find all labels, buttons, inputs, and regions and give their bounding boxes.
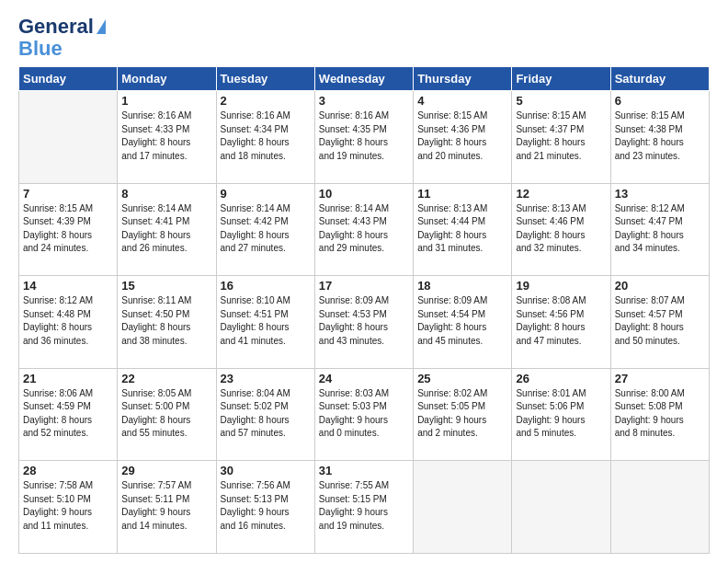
day-cell: 23Sunrise: 8:04 AM Sunset: 5:02 PM Dayli… <box>216 368 314 461</box>
day-number: 21 <box>23 372 113 385</box>
day-info: Sunrise: 8:05 AM Sunset: 5:00 PM Dayligh… <box>121 387 211 441</box>
day-cell: 14Sunrise: 8:12 AM Sunset: 4:48 PM Dayli… <box>19 276 118 369</box>
week-row-2: 7Sunrise: 8:15 AM Sunset: 4:39 PM Daylig… <box>19 183 710 276</box>
day-number: 29 <box>121 464 211 477</box>
day-number: 18 <box>417 279 507 293</box>
day-number: 3 <box>319 94 409 108</box>
day-number: 4 <box>417 94 507 108</box>
day-cell: 25Sunrise: 8:02 AM Sunset: 5:05 PM Dayli… <box>414 368 512 461</box>
day-number: 9 <box>221 187 311 201</box>
calendar-body: 1Sunrise: 8:16 AM Sunset: 4:33 PM Daylig… <box>19 91 710 554</box>
day-info: Sunrise: 8:14 AM Sunset: 4:43 PM Dayligh… <box>319 202 409 256</box>
week-row-1: 1Sunrise: 8:16 AM Sunset: 4:33 PM Daylig… <box>19 91 710 184</box>
day-info: Sunrise: 8:15 AM Sunset: 4:36 PM Dayligh… <box>417 109 507 163</box>
day-number: 23 <box>221 372 311 385</box>
day-info: Sunrise: 8:13 AM Sunset: 4:46 PM Dayligh… <box>516 202 606 256</box>
day-info: Sunrise: 8:09 AM Sunset: 4:53 PM Dayligh… <box>319 294 409 348</box>
day-info: Sunrise: 7:55 AM Sunset: 5:15 PM Dayligh… <box>319 479 409 533</box>
day-number: 14 <box>23 279 113 293</box>
day-info: Sunrise: 8:15 AM Sunset: 4:37 PM Dayligh… <box>516 109 606 163</box>
day-cell: 16Sunrise: 8:10 AM Sunset: 4:51 PM Dayli… <box>216 276 314 369</box>
day-cell: 5Sunrise: 8:15 AM Sunset: 4:37 PM Daylig… <box>512 91 610 184</box>
weekday-wednesday: Wednesday <box>314 67 413 91</box>
day-number: 22 <box>121 372 211 385</box>
day-cell: 26Sunrise: 8:01 AM Sunset: 5:06 PM Dayli… <box>512 368 610 461</box>
week-row-5: 28Sunrise: 7:58 AM Sunset: 5:10 PM Dayli… <box>19 461 710 554</box>
day-info: Sunrise: 8:15 AM Sunset: 4:39 PM Dayligh… <box>23 202 113 256</box>
weekday-header-row: SundayMondayTuesdayWednesdayThursdayFrid… <box>19 67 710 91</box>
weekday-saturday: Saturday <box>610 67 709 91</box>
day-cell <box>512 461 610 554</box>
day-number: 11 <box>417 187 507 201</box>
weekday-thursday: Thursday <box>414 67 512 91</box>
day-cell: 15Sunrise: 8:11 AM Sunset: 4:50 PM Dayli… <box>118 276 216 369</box>
day-info: Sunrise: 8:00 AM Sunset: 5:08 PM Dayligh… <box>615 387 705 441</box>
day-info: Sunrise: 7:57 AM Sunset: 5:11 PM Dayligh… <box>121 479 211 533</box>
logo-general: General <box>18 15 94 39</box>
day-number: 20 <box>615 279 705 293</box>
day-info: Sunrise: 8:09 AM Sunset: 4:54 PM Dayligh… <box>417 294 507 348</box>
day-cell: 31Sunrise: 7:55 AM Sunset: 5:15 PM Dayli… <box>314 461 413 554</box>
day-cell: 20Sunrise: 8:07 AM Sunset: 4:57 PM Dayli… <box>610 276 709 369</box>
weekday-friday: Friday <box>512 67 610 91</box>
calendar-table: SundayMondayTuesdayWednesdayThursdayFrid… <box>18 66 710 554</box>
day-cell: 4Sunrise: 8:15 AM Sunset: 4:36 PM Daylig… <box>414 91 512 184</box>
logo: General Blue <box>18 15 106 59</box>
day-info: Sunrise: 8:14 AM Sunset: 4:41 PM Dayligh… <box>121 202 211 256</box>
logo-blue: Blue <box>18 39 63 59</box>
day-cell <box>19 91 118 184</box>
day-cell: 2Sunrise: 8:16 AM Sunset: 4:34 PM Daylig… <box>216 91 314 184</box>
day-cell: 1Sunrise: 8:16 AM Sunset: 4:33 PM Daylig… <box>118 91 216 184</box>
day-cell: 11Sunrise: 8:13 AM Sunset: 4:44 PM Dayli… <box>414 183 512 276</box>
day-number: 8 <box>121 187 211 201</box>
day-info: Sunrise: 8:12 AM Sunset: 4:48 PM Dayligh… <box>23 294 113 348</box>
day-cell <box>610 461 709 554</box>
day-info: Sunrise: 8:16 AM Sunset: 4:35 PM Dayligh… <box>319 109 409 163</box>
day-cell <box>414 461 512 554</box>
day-number: 16 <box>221 279 311 293</box>
day-cell: 6Sunrise: 8:15 AM Sunset: 4:38 PM Daylig… <box>610 91 709 184</box>
day-number: 6 <box>615 94 705 108</box>
day-info: Sunrise: 8:01 AM Sunset: 5:06 PM Dayligh… <box>516 387 606 441</box>
day-info: Sunrise: 8:14 AM Sunset: 4:42 PM Dayligh… <box>221 202 311 256</box>
day-info: Sunrise: 8:15 AM Sunset: 4:38 PM Dayligh… <box>615 109 705 163</box>
day-number: 26 <box>516 372 606 385</box>
day-number: 30 <box>221 464 311 477</box>
day-info: Sunrise: 8:10 AM Sunset: 4:51 PM Dayligh… <box>221 294 311 348</box>
week-row-4: 21Sunrise: 8:06 AM Sunset: 4:59 PM Dayli… <box>19 368 710 461</box>
day-number: 31 <box>319 464 409 477</box>
day-cell: 28Sunrise: 7:58 AM Sunset: 5:10 PM Dayli… <box>19 461 118 554</box>
day-info: Sunrise: 8:07 AM Sunset: 4:57 PM Dayligh… <box>615 294 705 348</box>
day-cell: 9Sunrise: 8:14 AM Sunset: 4:42 PM Daylig… <box>216 183 314 276</box>
day-cell: 13Sunrise: 8:12 AM Sunset: 4:47 PM Dayli… <box>610 183 709 276</box>
day-cell: 22Sunrise: 8:05 AM Sunset: 5:00 PM Dayli… <box>118 368 216 461</box>
day-cell: 8Sunrise: 8:14 AM Sunset: 4:41 PM Daylig… <box>118 183 216 276</box>
day-cell: 24Sunrise: 8:03 AM Sunset: 5:03 PM Dayli… <box>314 368 413 461</box>
day-number: 12 <box>516 187 606 201</box>
day-cell: 30Sunrise: 7:56 AM Sunset: 5:13 PM Dayli… <box>216 461 314 554</box>
day-cell: 27Sunrise: 8:00 AM Sunset: 5:08 PM Dayli… <box>610 368 709 461</box>
day-number: 17 <box>319 279 409 293</box>
day-number: 13 <box>615 187 705 201</box>
day-number: 2 <box>221 94 311 108</box>
weekday-tuesday: Tuesday <box>216 67 314 91</box>
day-cell: 17Sunrise: 8:09 AM Sunset: 4:53 PM Dayli… <box>314 276 413 369</box>
day-info: Sunrise: 8:11 AM Sunset: 4:50 PM Dayligh… <box>121 294 211 348</box>
day-number: 19 <box>516 279 606 293</box>
day-info: Sunrise: 8:04 AM Sunset: 5:02 PM Dayligh… <box>221 387 311 441</box>
day-info: Sunrise: 8:08 AM Sunset: 4:56 PM Dayligh… <box>516 294 606 348</box>
day-info: Sunrise: 8:16 AM Sunset: 4:34 PM Dayligh… <box>221 109 311 163</box>
day-info: Sunrise: 8:03 AM Sunset: 5:03 PM Dayligh… <box>319 387 409 441</box>
day-info: Sunrise: 8:02 AM Sunset: 5:05 PM Dayligh… <box>417 387 507 441</box>
weekday-monday: Monday <box>118 67 216 91</box>
day-cell: 21Sunrise: 8:06 AM Sunset: 4:59 PM Dayli… <box>19 368 118 461</box>
day-cell: 7Sunrise: 8:15 AM Sunset: 4:39 PM Daylig… <box>19 183 118 276</box>
day-info: Sunrise: 7:56 AM Sunset: 5:13 PM Dayligh… <box>221 479 311 533</box>
day-number: 7 <box>23 187 113 201</box>
day-cell: 19Sunrise: 8:08 AM Sunset: 4:56 PM Dayli… <box>512 276 610 369</box>
day-info: Sunrise: 7:58 AM Sunset: 5:10 PM Dayligh… <box>23 479 113 533</box>
header: General Blue <box>18 15 710 59</box>
day-info: Sunrise: 8:13 AM Sunset: 4:44 PM Dayligh… <box>417 202 507 256</box>
day-number: 28 <box>23 464 113 477</box>
logo-icon <box>97 19 106 34</box>
